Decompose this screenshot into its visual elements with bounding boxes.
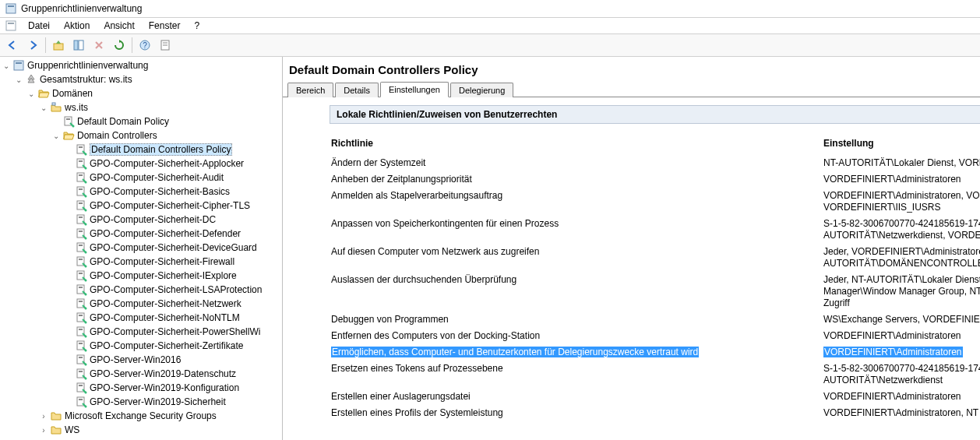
tree-item-label: GPO-Computer-Sicherheit-Applocker [90,158,244,169]
twisty-none [62,269,75,282]
up-button[interactable] [49,37,68,54]
svg-point-35 [85,224,87,226]
tab-scope[interactable]: Bereich [287,83,333,97]
policy-row[interactable]: Auf diesen Computer vom Netzwerk aus zug… [330,244,980,272]
tree-root[interactable]: ⌄Gruppenrichtlinienverwaltung [0,58,282,72]
policy-row[interactable]: Anheben der ZeitplanungsprioritätVORDEFI… [330,171,980,188]
policy-row[interactable]: Ermöglichen, dass Computer- und Benutzer… [330,344,980,361]
tree-gpo-item[interactable]: GPO-Computer-Sicherheit-Firewall [0,255,282,269]
twisty-none [62,241,75,254]
tree-gpo-item[interactable]: GPO-Computer-Sicherheit-LSAProtection [0,283,282,297]
policy-row[interactable]: Auslassen der durchsuchenden Überprüfung… [330,272,980,312]
tree-item-label: GPO-Computer-Sicherheit-Zertifikate [90,340,243,351]
gpmc-icon [12,59,25,72]
svg-rect-2 [6,21,16,30]
gpo-link-icon [75,283,87,296]
policy-row[interactable]: Debuggen von ProgrammenWS\Exchange Serve… [330,312,980,328]
policy-row[interactable]: Anmelden als StapelverarbeitungsauftragV… [330,188,980,216]
svg-point-50 [85,294,87,296]
tree-gpo-item[interactable]: GPO-Server-Win2019-Konfiguration [0,381,282,395]
policy-row[interactable]: Ändern der SystemzeitNT-AUTORITÄT\Lokale… [330,155,980,171]
folder-icon [50,410,62,422]
tree-domains[interactable]: ⌄Domänen [0,86,282,100]
tree-gpo-item[interactable]: GPO-Computer-Sicherheit-PowerShellWi [0,325,282,339]
svg-rect-64 [79,357,83,358]
twisty-none [62,382,75,394]
tree-ou-ws[interactable]: ›WS [0,423,282,437]
properties-button[interactable] [156,37,174,54]
gpo-link-icon [75,368,87,380]
tree-gpo-item[interactable]: GPO-Computer-Sicherheit-DC [0,213,282,227]
tab-details[interactable]: Details [335,83,379,97]
gpo-link-icon [75,241,87,254]
svg-point-41 [85,252,87,254]
gpo-link-icon [75,382,87,394]
tree-ou-domain-controllers[interactable]: ⌄Domain Controllers [0,128,282,143]
menu-action[interactable]: Aktion [58,19,96,33]
tab-settings[interactable]: Einstellungen [380,82,449,97]
tree-gpo-item[interactable]: GPO-Server-Win2016 [0,353,282,367]
twisty-expanded-icon[interactable]: ⌄ [12,73,25,86]
policy-setting: S-1-5-82-3006700770-424185619-1745AUTORI… [822,363,980,386]
tree-gpo-item[interactable]: GPO-Server-Win2019-Sicherheit [0,395,282,409]
tree-item-label: Gesamtstruktur: ws.its [40,74,132,85]
policy-row[interactable]: Erstellen einer AuslagerungsdateiVORDEFI… [330,389,980,405]
policy-setting: VORDEFINIERT\Administratoren [822,174,980,185]
tree-item-label: Microsoft Exchange Security Groups [65,410,217,421]
menu-file[interactable]: Datei [22,19,56,33]
svg-rect-4 [54,44,63,50]
twisty-collapsed-icon[interactable]: › [37,410,50,422]
tree-ou-mesg[interactable]: ›Microsoft Exchange Security Groups [0,409,282,423]
gpo-link-icon [75,171,87,184]
tree-gpo-item[interactable]: GPO-Computer-Sicherheit-Basics [0,185,282,199]
tree-pane: ⌄Gruppenrichtlinienverwaltung⌄Gesamtstru… [0,57,283,440]
twisty-expanded-icon[interactable]: ⌄ [0,59,12,72]
policy-name: Debuggen von Programmen [330,314,822,326]
policy-row[interactable]: Anpassen von Speicherkontingenten für ei… [330,216,980,244]
twisty-expanded-icon[interactable]: ⌄ [50,129,62,142]
tree-gpo-item[interactable]: GPO-Computer-Sicherheit-DeviceGuard [0,241,282,255]
menu-window[interactable]: Fenster [143,19,187,33]
col-header-setting: Einstellung [822,138,980,149]
twisty-expanded-icon[interactable]: ⌄ [37,101,50,114]
help-button[interactable]: ? [136,37,154,54]
tree-gpo-item[interactable]: GPO-Computer-Sicherheit-Defender [0,227,282,241]
delete-button[interactable] [90,37,108,54]
back-button[interactable] [3,37,22,54]
gpo-link-icon [75,396,87,408]
tree-forest[interactable]: ⌄Gesamtstruktur: ws.its [0,72,282,86]
twisty-none [62,297,75,310]
twisty-collapsed-icon[interactable]: › [37,424,50,436]
policy-row[interactable]: Ersetzen eines Tokens auf ProzessebeneS-… [330,361,980,389]
tree-item-label: GPO-Computer-Sicherheit-PowerShellWi [90,326,260,337]
menu-help[interactable]: ? [188,19,206,33]
tree-gpo-item[interactable]: GPO-Computer-Sicherheit-Audit [0,171,282,185]
tree-domain[interactable]: ⌄ws.its [0,100,282,114]
show-hide-tree-button[interactable] [69,37,88,54]
policy-row[interactable]: Erstellen eines Profils der Systemleistu… [330,405,980,421]
policy-row[interactable]: Entfernen des Computers von der Docking-… [330,328,980,344]
tree-gpo-ddcp[interactable]: Default Domain Controllers Policy [0,143,282,157]
tab-delegation[interactable]: Delegierung [450,83,513,97]
twisty-expanded-icon[interactable]: ⌄ [25,87,37,100]
tree-gpo-item[interactable]: GPO-Computer-Sicherheit-Netzwerk [0,297,282,311]
tree-gpo-ddp[interactable]: Default Domain Policy [0,114,282,128]
folder-icon [50,424,62,436]
tree-gpo-item[interactable]: GPO-Server-Win2019-Datenschutz [0,367,282,381]
policy-name: Ermöglichen, dass Computer- und Benutzer… [330,347,822,358]
tree-gpo-item[interactable]: GPO-Computer-Sicherheit-Cipher-TLS [0,199,282,213]
policy-setting: NT-AUTORITÄT\Lokaler Dienst, VORD [822,157,980,169]
menu-view[interactable]: Ansicht [97,19,140,33]
tree-gpo-item[interactable]: GPO-Computer-Sicherheit-IExplore [0,269,282,283]
refresh-button[interactable] [110,37,129,54]
svg-rect-6 [79,40,83,50]
tree-item-label: Gruppenrichtlinienverwaltung [27,60,148,71]
svg-rect-13 [16,62,22,64]
tree-gpo-item[interactable]: GPO-Computer-Sicherheit-Applocker [0,157,282,171]
menubar: Datei Aktion Ansicht Fenster ? [0,18,980,34]
tree-gpo-item[interactable]: GPO-Computer-Sicherheit-NoNTLM [0,311,282,325]
twisty-none [62,340,75,352]
forward-button[interactable] [23,37,42,54]
tree-gpo-item[interactable]: GPO-Computer-Sicherheit-Zertifikate [0,339,282,353]
gpo-link-icon [75,213,87,226]
